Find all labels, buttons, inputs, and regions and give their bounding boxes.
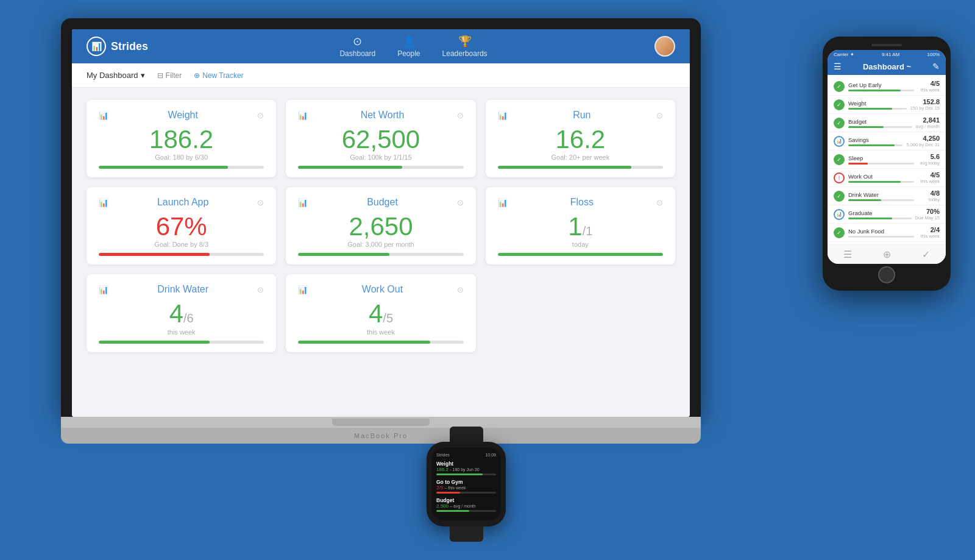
item-content: Savings bbox=[848, 136, 902, 146]
list-icon[interactable]: ☰ bbox=[843, 249, 852, 260]
phone-list-item[interactable]: ✓ Sleep 5.6 avg today bbox=[828, 151, 946, 169]
watch: Strides 10:09 Weight 186.2 - 180 by Jun … bbox=[427, 427, 506, 542]
card-settings-icon[interactable]: ⊙ bbox=[457, 198, 464, 207]
phone-list-item[interactable]: ! Work Out 4/5 this week bbox=[828, 169, 946, 187]
dashboard-title[interactable]: My Dashboard ▾ bbox=[87, 71, 145, 80]
watch-time: 10:09 bbox=[485, 453, 496, 457]
logo-icon: 📊 bbox=[87, 37, 106, 56]
progress-bar-bg bbox=[99, 166, 264, 169]
item-label: Savings bbox=[848, 136, 902, 143]
phone-list-item[interactable]: ✓ Weight 152.8 150 by Dec 15 bbox=[828, 96, 946, 114]
item-content: Budget bbox=[848, 118, 912, 128]
item-bar-fill bbox=[848, 90, 901, 91]
item-value-block: 5.6 avg today bbox=[918, 153, 940, 166]
phone-list-item[interactable]: ✓ No Junk Food 2/4 this week bbox=[828, 224, 946, 242]
item-bar-bg bbox=[848, 218, 912, 219]
card-value: 16.2 bbox=[555, 126, 605, 154]
item-value: 4/5 bbox=[918, 80, 940, 87]
phone-home-button[interactable] bbox=[878, 266, 895, 283]
item-content: Drink Water bbox=[848, 191, 914, 201]
tracker-card[interactable]: 📊 Net Worth ⊙ 62,500 Goal: 100k by 1/1/1… bbox=[286, 100, 475, 177]
item-bar-bg bbox=[848, 163, 914, 165]
progress-bar-fill bbox=[298, 253, 389, 256]
tracker-card[interactable]: 📊 Work Out ⊙ 4/5 this week bbox=[286, 274, 475, 352]
item-sub: avg today bbox=[918, 160, 940, 166]
progress-bar-bg bbox=[99, 253, 264, 256]
card-sub: this week bbox=[367, 328, 395, 336]
phone-list-item[interactable]: ✓ Get Up Early 4/5 this week bbox=[828, 77, 946, 96]
card-value: 4/6 bbox=[169, 300, 194, 328]
watch-bezel: Strides 10:09 Weight 186.2 - 180 by Jun … bbox=[427, 442, 506, 526]
item-value: 2,841 bbox=[916, 116, 940, 124]
card-sub: Goal: 3,000 per month bbox=[347, 241, 414, 248]
progress-bar-fill bbox=[99, 341, 210, 344]
nav-item-dashboard[interactable]: ⊙ Dashboard bbox=[339, 35, 375, 58]
item-bar-fill bbox=[848, 199, 881, 201]
phone-list-item[interactable]: 📊 Graduate 70% Due May 15 bbox=[828, 205, 946, 224]
watch-items: Weight 186.2 - 180 by Jun 30 Go to Gym 2… bbox=[436, 461, 496, 512]
card-chart-icon: 📊 bbox=[498, 111, 508, 120]
item-sub: this week bbox=[918, 179, 940, 184]
edit-icon[interactable]: ✎ bbox=[932, 62, 940, 71]
app-logo: 📊 Strides bbox=[87, 37, 148, 56]
card-settings-icon[interactable]: ⊙ bbox=[257, 111, 264, 120]
card-chart-icon: 📊 bbox=[298, 285, 308, 294]
tracker-card[interactable]: 📊 Floss ⊙ 1/1 today bbox=[486, 187, 675, 264]
card-sub: Goal: 20+ per week bbox=[551, 154, 609, 161]
watch-item-value: 2,500 – avg / month bbox=[436, 503, 496, 509]
card-value: 186.2 bbox=[149, 126, 213, 154]
card-settings-icon[interactable]: ⊙ bbox=[257, 285, 264, 294]
item-content: Work Out bbox=[848, 173, 914, 183]
nav-item-leaderboards[interactable]: 🏆 Leaderboards bbox=[442, 35, 488, 58]
card-settings-icon[interactable]: ⊙ bbox=[656, 111, 663, 120]
watch-screen: Strides 10:09 Weight 186.2 - 180 by Jun … bbox=[431, 448, 501, 520]
laptop-screen: 📊 Strides ⊙ Dashboard 👤 People 🏆 Leaderb… bbox=[72, 29, 690, 417]
card-chart-icon: 📊 bbox=[99, 198, 108, 207]
item-sub: today bbox=[918, 197, 940, 202]
check-icon[interactable]: ✓ bbox=[922, 249, 930, 260]
battery-label: 100% bbox=[927, 52, 940, 57]
progress-bar-bg bbox=[298, 341, 463, 344]
phone-list-item[interactable]: ✓ Budget 2,841 avg / month bbox=[828, 114, 946, 132]
card-title: Run bbox=[508, 110, 656, 121]
item-icon: ✓ bbox=[834, 227, 845, 238]
filter-button[interactable]: ⊟ Filter bbox=[157, 71, 182, 80]
item-content: Weight bbox=[848, 100, 907, 110]
item-value: 70% bbox=[915, 208, 940, 215]
card-settings-icon[interactable]: ⊙ bbox=[457, 111, 464, 120]
phone-list-item[interactable]: 📊 Savings 4,250 5,000 by Dec 31 bbox=[828, 132, 946, 151]
item-icon: ✓ bbox=[834, 81, 845, 92]
progress-bar-fill bbox=[99, 253, 210, 256]
item-bar-fill bbox=[848, 108, 892, 110]
item-icon: ✓ bbox=[834, 99, 845, 110]
hamburger-icon[interactable]: ☰ bbox=[834, 62, 842, 71]
card-settings-icon[interactable]: ⊙ bbox=[656, 198, 663, 207]
tracker-card[interactable]: 📊 Run ⊙ 16.2 Goal: 20+ per week bbox=[486, 100, 675, 177]
leaderboards-icon: 🏆 bbox=[458, 35, 472, 48]
tracker-card[interactable]: 📊 Weight ⊙ 186.2 Goal: 180 by 6/30 bbox=[87, 100, 276, 177]
nav-item-people[interactable]: 👤 People bbox=[397, 35, 420, 58]
item-bar-fill bbox=[848, 218, 892, 219]
card-settings-icon[interactable]: ⊙ bbox=[257, 198, 264, 207]
new-tracker-button[interactable]: ⊕ New Tracker bbox=[194, 71, 243, 80]
watch-item: Weight 186.2 - 180 by Jun 30 bbox=[436, 461, 496, 475]
watch-header: Strides 10:09 bbox=[436, 453, 496, 457]
item-bar-bg bbox=[848, 236, 914, 238]
tracker-card[interactable]: 📊 Drink Water ⊙ 4/6 this week bbox=[87, 274, 276, 352]
progress-bar-fill bbox=[498, 253, 663, 256]
tracker-card[interactable]: 📊 Launch App ⊙ 67% Goal: Done by 8/3 bbox=[87, 187, 276, 264]
progress-bar-fill bbox=[99, 166, 228, 169]
card-settings-icon[interactable]: ⊙ bbox=[457, 285, 464, 294]
add-icon[interactable]: ⊕ bbox=[883, 249, 891, 260]
phone-list-item[interactable]: ✓ Drink Water 4/8 today bbox=[828, 187, 946, 205]
card-chart-icon: 📊 bbox=[99, 285, 108, 294]
item-bar-fill bbox=[848, 144, 895, 146]
item-sub: avg / month bbox=[916, 124, 940, 129]
item-value-block: 4/8 today bbox=[918, 190, 940, 202]
nav-avatar[interactable] bbox=[654, 36, 675, 57]
card-value: 62,500 bbox=[342, 126, 420, 154]
card-title: Budget bbox=[308, 197, 456, 208]
tracker-card[interactable]: 📊 Budget ⊙ 2,650 Goal: 3,000 per month bbox=[286, 187, 475, 264]
card-value: 1/1 bbox=[568, 213, 592, 241]
item-icon: ! bbox=[834, 172, 845, 183]
